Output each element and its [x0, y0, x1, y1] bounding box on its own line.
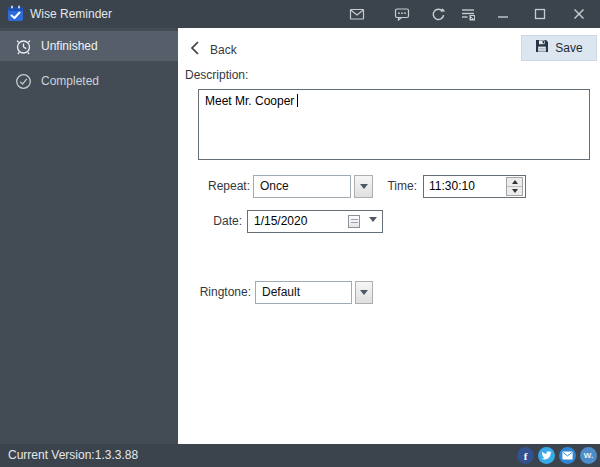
time-label: Time:	[358, 179, 417, 193]
save-floppy-icon	[535, 39, 549, 57]
description-label: Description:	[185, 68, 248, 82]
version-text: Current Version:1.3.3.88	[8, 444, 138, 467]
back-label: Back	[210, 43, 237, 57]
mail-icon[interactable]	[345, 0, 369, 28]
time-value: 11:30:10	[429, 179, 475, 193]
refresh-icon[interactable]	[426, 0, 450, 28]
ringtone-dropdown-arrow[interactable]	[355, 281, 373, 304]
spin-down-button[interactable]	[507, 187, 522, 196]
ringtone-select[interactable]: Default	[255, 281, 352, 304]
date-input[interactable]: 1/15/2020	[247, 210, 383, 233]
triangle-down-icon	[512, 189, 518, 193]
repeat-select[interactable]: Once	[253, 175, 351, 198]
check-circle-icon	[14, 72, 33, 95]
date-dropdown-arrow[interactable]	[369, 219, 377, 240]
save-label: Save	[555, 41, 582, 55]
back-button[interactable]: Back	[190, 37, 237, 63]
window-title: Wise Reminder	[30, 0, 112, 28]
facebook-icon[interactable]: f	[517, 447, 534, 464]
time-input[interactable]: 11:30:10	[423, 175, 526, 198]
alarm-clock-icon	[14, 37, 33, 60]
description-value: Meet Mr. Cooper	[205, 94, 294, 108]
wise-letter: W.	[584, 451, 593, 460]
app-logo-icon	[7, 5, 24, 22]
changelog-icon[interactable]	[456, 0, 480, 28]
facebook-letter: f	[524, 450, 528, 462]
sidebar-item-completed[interactable]: Completed	[0, 66, 178, 96]
triangle-up-icon	[512, 180, 518, 184]
time-spinner	[506, 177, 523, 196]
calendar-icon	[348, 215, 360, 228]
wise-logo-icon[interactable]: W.	[580, 447, 597, 464]
repeat-label: Repeat:	[178, 179, 250, 193]
maximize-button[interactable]	[528, 0, 552, 28]
chevron-down-icon	[369, 217, 377, 236]
social-links: f W.	[517, 447, 597, 464]
repeat-value: Once	[260, 179, 289, 193]
text-caret	[297, 94, 298, 107]
sidebar-item-label: Completed	[41, 66, 99, 96]
titlebar: Wise Reminder	[0, 0, 600, 28]
close-button[interactable]	[567, 0, 591, 28]
feedback-icon[interactable]	[390, 0, 414, 28]
chevron-down-icon	[360, 290, 368, 295]
description-input[interactable]: Meet Mr. Cooper	[198, 89, 590, 160]
sidebar-item-label: Unfinished	[41, 31, 98, 61]
twitter-icon[interactable]	[538, 447, 555, 464]
date-label: Date:	[178, 214, 242, 228]
date-value: 1/15/2020	[254, 214, 307, 228]
app-window: Wise Reminder	[0, 0, 600, 467]
ringtone-value: Default	[262, 285, 300, 299]
chevron-left-icon	[190, 40, 200, 60]
save-button[interactable]: Save	[521, 35, 597, 61]
minimize-button[interactable]	[491, 0, 515, 28]
spin-up-button[interactable]	[507, 178, 522, 187]
sidebar: Unfinished Completed	[0, 28, 178, 444]
main-panel: Back Save Description: Meet Mr. Cooper R…	[178, 28, 600, 444]
ringtone-label: Ringtone:	[178, 285, 251, 299]
sidebar-item-unfinished[interactable]: Unfinished	[0, 31, 178, 61]
statusbar: Current Version:1.3.3.88 f W.	[0, 444, 600, 467]
email-icon[interactable]	[559, 447, 576, 464]
